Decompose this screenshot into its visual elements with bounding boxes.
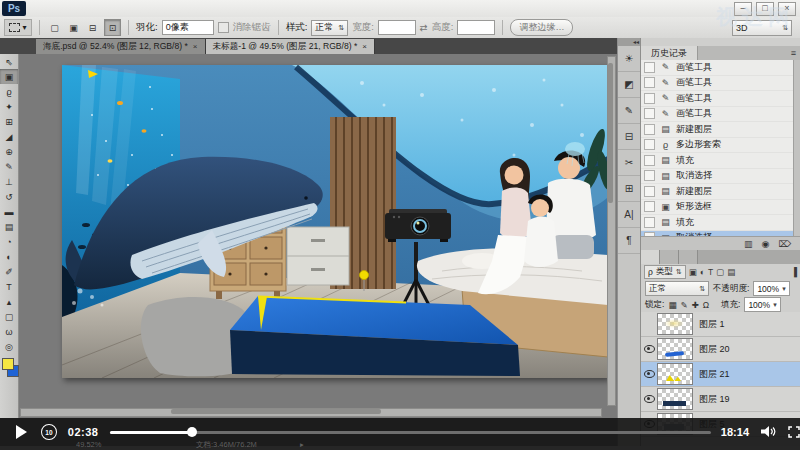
swap-dimensions-icon[interactable]: ⇄ xyxy=(420,22,428,33)
tab-paths[interactable] xyxy=(679,250,698,264)
masks-panel-icon[interactable]: ◩ xyxy=(618,72,640,98)
history-source-checkbox[interactable] xyxy=(644,139,655,150)
menu-item[interactable] xyxy=(110,8,126,10)
history-source-checkbox[interactable] xyxy=(644,93,655,104)
lock-all-icon[interactable]: Ω xyxy=(703,300,709,310)
width-input[interactable] xyxy=(378,20,416,35)
filter-kind-icon[interactable]: ▣ xyxy=(689,267,697,277)
history-item[interactable]: ✎ 画笔工具 xyxy=(641,76,800,92)
brush-tool[interactable]: ✎ xyxy=(0,159,18,174)
blend-mode-select[interactable]: 正常 ⇅ xyxy=(645,281,709,296)
menu-item[interactable] xyxy=(142,8,158,10)
minimize-button[interactable]: – xyxy=(734,2,752,16)
shape-tool[interactable]: ▢ xyxy=(0,309,18,324)
gradient-tool[interactable]: ▤ xyxy=(0,219,18,234)
player-progress-handle[interactable] xyxy=(187,427,197,437)
history-item[interactable]: ▤ 填充 xyxy=(641,215,800,231)
type-tool[interactable]: T xyxy=(0,279,18,294)
selection-new-button[interactable]: ▢ xyxy=(47,20,62,35)
styles-panel-icon[interactable]: ✂ xyxy=(618,150,640,176)
vertical-scrollbar[interactable] xyxy=(607,56,616,406)
tab-history[interactable]: 历史记录 xyxy=(641,46,698,60)
style-select[interactable]: 正常 ⇅ xyxy=(311,20,348,36)
expand-dock-button[interactable]: ◂◂ xyxy=(618,38,641,46)
maximize-button[interactable]: □ xyxy=(756,2,774,16)
document-tab[interactable]: 未标题-1 @ 49.5% (图层 21, RGB/8) * × xyxy=(206,39,376,54)
history-item[interactable]: ✎ 画笔工具 xyxy=(641,60,800,76)
selection-intersect-button[interactable]: ⊡ xyxy=(104,19,121,36)
height-input[interactable] xyxy=(457,20,495,35)
history-source-checkbox[interactable] xyxy=(644,170,655,181)
history-item[interactable]: ϱ 多边形套索 xyxy=(641,138,800,154)
filter-adjustment-icon[interactable]: ◐ xyxy=(700,267,705,277)
menu-item[interactable] xyxy=(94,8,110,10)
eraser-tool[interactable]: ▬ xyxy=(0,204,18,219)
fill-input[interactable]: 100% ▾ xyxy=(744,297,780,312)
clone-source-panel-icon[interactable]: ⊟ xyxy=(618,124,640,150)
layer-thumbnail[interactable] xyxy=(657,388,693,410)
healing-brush-tool[interactable]: ⊕ xyxy=(0,144,18,159)
replay-10-button[interactable]: 10 xyxy=(41,424,57,440)
lock-transparency-icon[interactable]: ▦ xyxy=(668,300,676,310)
menu-item[interactable] xyxy=(62,8,78,10)
filter-shape-icon[interactable]: ▢ xyxy=(716,267,724,277)
play-button[interactable] xyxy=(16,425,27,439)
fullscreen-button[interactable] xyxy=(788,426,800,438)
delete-state-button[interactable]: ⌦ xyxy=(778,239,791,249)
crop-tool[interactable]: ⊞ xyxy=(0,114,18,129)
history-brush-tool[interactable]: ↺ xyxy=(0,189,18,204)
visibility-toggle[interactable] xyxy=(641,395,657,403)
clone-stamp-tool[interactable]: ⊥ xyxy=(0,174,18,189)
history-source-checkbox[interactable] xyxy=(644,108,655,119)
close-button[interactable]: × xyxy=(778,2,796,16)
layer-thumbnail[interactable] xyxy=(657,338,693,360)
quick-select-tool[interactable]: ✦ xyxy=(0,99,18,114)
feather-input[interactable]: 0像素 xyxy=(162,20,214,35)
layer-row[interactable]: 图层 1 xyxy=(641,312,800,337)
menu-item[interactable] xyxy=(190,8,206,10)
document-tab[interactable]: 海底.psd @ 52.4% (图层 12, RGB/8) * × xyxy=(36,39,206,54)
history-item[interactable]: ▤ 填充 xyxy=(641,153,800,169)
dodge-tool[interactable]: ◐ xyxy=(0,249,18,264)
pen-tool[interactable]: ✐ xyxy=(0,264,18,279)
close-icon[interactable]: × xyxy=(193,42,198,51)
document-canvas[interactable] xyxy=(62,65,608,378)
lasso-tool[interactable]: ϱ xyxy=(0,84,18,99)
history-source-checkbox[interactable] xyxy=(644,124,655,135)
zoom-tool[interactable]: ◎ xyxy=(0,339,18,354)
foreground-color-swatch[interactable] xyxy=(2,358,14,370)
visibility-toggle[interactable] xyxy=(641,370,657,378)
filter-type-icon[interactable]: T xyxy=(708,267,713,277)
tab-channels[interactable] xyxy=(660,250,679,264)
progress-bar[interactable] xyxy=(110,431,710,434)
path-select-tool[interactable]: ▴ xyxy=(0,294,18,309)
layer-filter-select[interactable]: ρ 类型 ⇅ xyxy=(644,265,686,279)
history-scrollbar[interactable] xyxy=(793,60,800,236)
paragraph-styles-panel-icon[interactable]: ¶ xyxy=(618,228,640,254)
active-tool-chip[interactable]: ▾ xyxy=(4,19,32,36)
layer-row[interactable]: 图层 20 xyxy=(641,337,800,362)
eyedropper-tool[interactable]: ◢ xyxy=(0,129,18,144)
lock-position-icon[interactable]: ✚ xyxy=(692,300,699,310)
volume-button[interactable] xyxy=(761,426,776,438)
new-document-from-state-button[interactable]: ▥ xyxy=(744,239,753,249)
history-item[interactable]: ✎ 画笔工具 xyxy=(641,107,800,123)
hand-tool[interactable]: ω xyxy=(0,324,18,339)
layer-row[interactable]: 图层 21 xyxy=(641,362,800,387)
history-item[interactable]: ▤ 新建图层 xyxy=(641,184,800,200)
history-item[interactable]: ▤ 新建图层 xyxy=(641,122,800,138)
layer-row[interactable]: 图层 19 xyxy=(641,387,800,412)
history-item[interactable]: ▣ 矩形选框 xyxy=(641,200,800,216)
menu-item[interactable] xyxy=(158,8,174,10)
selection-subtract-button[interactable]: ⊟ xyxy=(85,20,100,35)
blur-tool[interactable]: ◔ xyxy=(0,234,18,249)
refine-edge-button[interactable]: 调整边缘… xyxy=(510,19,573,36)
menu-item[interactable] xyxy=(126,8,142,10)
layer-thumbnail[interactable] xyxy=(657,363,693,385)
move-tool[interactable]: ⇖ xyxy=(0,54,18,69)
history-source-checkbox[interactable] xyxy=(644,155,655,166)
opacity-input[interactable]: 100% ▾ xyxy=(753,281,789,296)
history-source-checkbox[interactable] xyxy=(644,77,655,88)
brush-panel-icon[interactable]: ✎ xyxy=(618,98,640,124)
adjustments-panel-icon[interactable]: ☀ xyxy=(618,46,640,72)
